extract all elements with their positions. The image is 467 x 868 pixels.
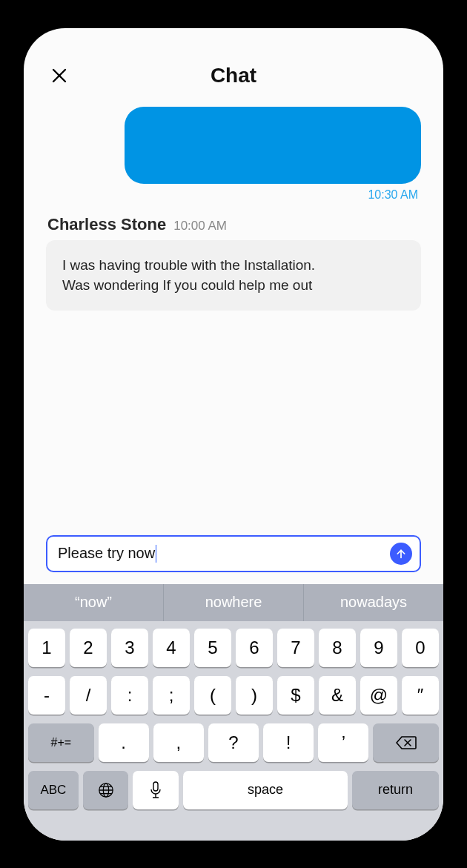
- keyboard-row: 1 2 3 4 5 6 7 8 9 0: [28, 629, 439, 667]
- phone-frame: Chat 10:30 AM Charless Stone 10:00 AM I …: [24, 28, 443, 841]
- key[interactable]: 2: [70, 629, 107, 667]
- incoming-header: Charless Stone 10:00 AM: [47, 215, 421, 234]
- text-caret: [156, 545, 156, 563]
- key[interactable]: (: [194, 676, 231, 715]
- keyboard-row: ABC spac: [28, 771, 439, 809]
- suggestion-bar: “now” nowhere nowadays: [24, 584, 443, 621]
- suggestion-item[interactable]: “now”: [24, 584, 164, 621]
- arrow-up-icon: [395, 548, 407, 560]
- incoming-timestamp: 10:00 AM: [173, 219, 227, 233]
- message-list: 10:30 AM Charless Stone 10:00 AM I was h…: [46, 107, 421, 535]
- key[interactable]: ?: [208, 723, 259, 762]
- globe-icon: [98, 782, 114, 798]
- sender-name: Charless Stone: [47, 215, 166, 234]
- outgoing-timestamp: 10:30 AM: [368, 188, 418, 202]
- key[interactable]: &: [319, 676, 356, 715]
- composer-text: Please try now: [58, 545, 155, 562]
- key[interactable]: !: [263, 723, 314, 762]
- space-key[interactable]: space: [183, 771, 348, 809]
- backspace-key[interactable]: [373, 723, 439, 762]
- composer-input[interactable]: Please try now: [58, 545, 390, 563]
- key[interactable]: ): [236, 676, 273, 715]
- key[interactable]: 5: [194, 629, 231, 667]
- outgoing-message: 10:30 AM: [46, 107, 421, 202]
- key[interactable]: ’: [318, 723, 368, 762]
- message-composer[interactable]: Please try now: [46, 535, 421, 572]
- return-key[interactable]: return: [352, 771, 439, 809]
- suggestion-item[interactable]: nowadays: [304, 584, 443, 621]
- outgoing-bubble[interactable]: [125, 107, 421, 184]
- key[interactable]: :: [111, 676, 148, 715]
- mic-key[interactable]: [133, 771, 179, 809]
- key[interactable]: ;: [153, 676, 190, 715]
- microphone-icon: [149, 781, 162, 799]
- incoming-line: Was wondering If you could help me out: [62, 275, 405, 296]
- send-button[interactable]: [390, 543, 412, 565]
- key[interactable]: 6: [236, 629, 273, 667]
- svg-rect-8: [153, 782, 158, 791]
- close-icon[interactable]: [50, 67, 68, 85]
- key[interactable]: 9: [360, 629, 397, 667]
- key[interactable]: -: [28, 676, 65, 715]
- key[interactable]: 3: [111, 629, 148, 667]
- keyboard-row: - / : ; ( ) $ & @ ″: [28, 676, 439, 715]
- soft-keyboard: “now” nowhere nowadays 1 2 3 4 5 6 7 8 9…: [24, 584, 443, 841]
- key[interactable]: ,: [153, 723, 204, 762]
- page-title: Chat: [211, 64, 256, 87]
- key[interactable]: 8: [319, 629, 356, 667]
- key[interactable]: .: [99, 723, 149, 762]
- symbol-shift-key[interactable]: #+=: [28, 723, 94, 762]
- abc-key[interactable]: ABC: [28, 771, 79, 809]
- key[interactable]: 7: [277, 629, 314, 667]
- incoming-line: I was having trouble with the Installati…: [62, 255, 405, 276]
- key[interactable]: /: [70, 676, 107, 715]
- chat-header: Chat: [46, 58, 421, 93]
- key[interactable]: 4: [153, 629, 190, 667]
- globe-key[interactable]: [83, 771, 129, 809]
- key[interactable]: $: [277, 676, 314, 715]
- keyboard-rows: 1 2 3 4 5 6 7 8 9 0 - / : ; ( ) $ & @: [24, 621, 443, 809]
- incoming-bubble[interactable]: I was having trouble with the Installati…: [46, 240, 421, 311]
- key[interactable]: 0: [402, 629, 439, 667]
- keyboard-row: #+= . , ? ! ’: [28, 723, 439, 762]
- suggestion-item[interactable]: nowhere: [164, 584, 304, 621]
- key[interactable]: @: [360, 676, 397, 715]
- key[interactable]: ″: [402, 676, 439, 715]
- key[interactable]: 1: [28, 629, 65, 667]
- backspace-icon: [396, 735, 417, 750]
